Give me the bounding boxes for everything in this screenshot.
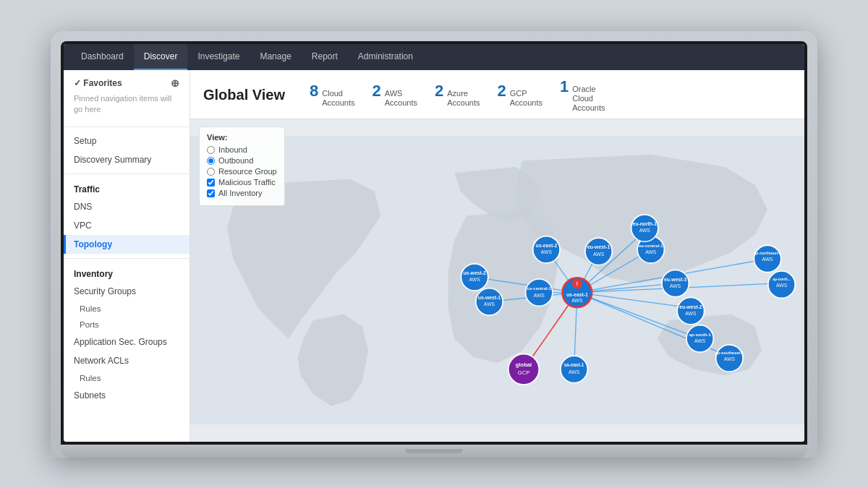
- stat-azure: 2 AzureAccounts: [435, 82, 480, 108]
- inventory-section-label: Inventory: [64, 263, 190, 282]
- sidebar-item-setup[interactable]: Setup: [64, 132, 190, 150]
- svg-text:ap-north...: ap-north...: [773, 277, 791, 281]
- malicious-checkbox[interactable]: [207, 179, 215, 187]
- svg-text:AWS: AWS: [541, 249, 553, 254]
- sidebar-item-network-acls[interactable]: Network ACLs: [64, 351, 190, 370]
- stat-cloud-num: 8: [310, 82, 318, 100]
- screen: Dashboard Discover Investigate Manage Re…: [64, 44, 804, 442]
- svg-text:AWS: AWS: [670, 283, 681, 288]
- traffic-section-label: Traffic: [64, 179, 190, 197]
- outbound-radio[interactable]: [207, 157, 215, 165]
- svg-text:eu-west-2: eu-west-2: [679, 304, 702, 309]
- stat-aws: 2 AWSAccounts: [373, 82, 418, 108]
- svg-text:sa-east-1: sa-east-1: [564, 362, 584, 367]
- svg-text:ap-southeast-1: ap-southeast-1: [715, 351, 744, 355]
- svg-text:AWS: AWS: [685, 311, 697, 316]
- stat-gcp: 2 GCPAccounts: [498, 82, 543, 108]
- all-inventory-checkbox[interactable]: [207, 189, 215, 197]
- nav-investigate[interactable]: Investigate: [187, 44, 250, 70]
- svg-text:ap-northeast-1: ap-northeast-1: [754, 251, 781, 255]
- stat-aws-num: 2: [373, 82, 381, 100]
- global-view-header: Global View 8 CloudAccounts 2 AWSAccount…: [190, 70, 804, 120]
- sidebar-item-ports[interactable]: Ports: [64, 317, 190, 333]
- main-content: Global View 8 CloudAccounts 2 AWSAccount…: [190, 70, 804, 442]
- stat-oracle-num: 1: [560, 77, 569, 96]
- stat-cloud: 8 CloudAccounts: [310, 82, 355, 108]
- svg-text:AWS: AWS: [762, 257, 773, 262]
- map-container: View: Inbound Outbound Resource Group: [190, 119, 804, 441]
- sidebar-item-topology[interactable]: Topology: [64, 235, 190, 254]
- svg-text:AWS: AWS: [776, 283, 788, 288]
- view-option-all-inventory[interactable]: All Inventory: [207, 189, 277, 197]
- svg-text:AWS: AWS: [724, 356, 736, 361]
- svg-text:eu-north-1: eu-north-1: [632, 221, 657, 226]
- nav-discover[interactable]: Discover: [134, 44, 188, 70]
- svg-text:AWS: AWS: [534, 293, 545, 298]
- favorites-header: ✓ Favorites ⊕: [64, 70, 190, 92]
- svg-text:eu-west-3: eu-west-3: [664, 277, 687, 282]
- nav-report[interactable]: Report: [302, 44, 348, 70]
- svg-text:AWS: AWS: [593, 252, 605, 257]
- svg-text:us-east-1: us-east-1: [566, 292, 588, 297]
- svg-text:AWS: AWS: [639, 228, 651, 234]
- global-view-title: Global View: [203, 87, 285, 103]
- stat-oracle: 1 Oracle CloudAccounts: [560, 77, 612, 114]
- stat-gcp-num: 2: [498, 82, 506, 100]
- svg-text:AWS: AWS: [569, 369, 580, 374]
- svg-text:global: global: [516, 361, 532, 368]
- svg-text:ap-south-1: ap-south-1: [689, 333, 711, 337]
- sidebar-item-vpc[interactable]: VPC: [64, 216, 190, 235]
- svg-text:us-west-2: us-west-2: [463, 270, 486, 275]
- stat-azure-label: AzureAccounts: [447, 89, 480, 108]
- svg-text:AWS: AWS: [571, 298, 583, 303]
- view-controls: View: Inbound Outbound Resource Group: [199, 127, 285, 206]
- svg-text:AWS: AWS: [645, 249, 657, 254]
- inbound-radio[interactable]: [207, 146, 215, 154]
- screen-bezel: Dashboard Discover Investigate Manage Re…: [61, 41, 807, 445]
- sidebar-item-dns[interactable]: DNS: [64, 197, 190, 216]
- stat-cloud-label: CloudAccounts: [322, 89, 354, 108]
- sidebar-item-rules-2[interactable]: Rules: [64, 370, 190, 386]
- stat-oracle-label: Oracle CloudAccounts: [572, 85, 612, 114]
- sidebar-item-subnets[interactable]: Subnets: [64, 386, 190, 405]
- favorites-hint: Pinned navigation items will go here: [64, 92, 190, 123]
- view-option-resource-group[interactable]: Resource Group: [207, 167, 277, 176]
- svg-text:AWS: AWS: [484, 301, 495, 307]
- pin-icon[interactable]: ⊕: [171, 77, 179, 89]
- favorites-label: ✓ Favorites: [74, 78, 122, 88]
- svg-text:eu-central-1: eu-central-1: [639, 244, 663, 248]
- svg-text:us-east-2: us-east-2: [536, 243, 558, 248]
- divider-3: [64, 258, 190, 259]
- view-option-malicious[interactable]: Malicious Traffic: [207, 178, 277, 187]
- nav-dashboard[interactable]: Dashboard: [71, 44, 134, 70]
- view-option-inbound[interactable]: Inbound: [207, 145, 277, 154]
- svg-text:eu-west-1: eu-west-1: [587, 244, 610, 249]
- laptop-base: [61, 445, 807, 458]
- sidebar-item-rules-1[interactable]: Rules: [64, 301, 190, 317]
- stat-gcp-label: GCPAccounts: [510, 89, 542, 108]
- stat-azure-num: 2: [435, 82, 443, 100]
- svg-text:GCP: GCP: [518, 369, 530, 376]
- stat-aws-label: AWSAccounts: [385, 89, 417, 108]
- svg-text:AWS: AWS: [469, 277, 480, 282]
- sidebar-item-security-groups[interactable]: Security Groups: [64, 282, 190, 301]
- svg-text:us-west-1: us-west-1: [478, 295, 501, 300]
- divider-1: [64, 127, 190, 127]
- top-nav: Dashboard Discover Investigate Manage Re…: [64, 44, 804, 70]
- content-area: ✓ Favorites ⊕ Pinned navigation items wi…: [64, 70, 804, 442]
- svg-text:ca-central-1: ca-central-1: [527, 286, 552, 291]
- sidebar: ✓ Favorites ⊕ Pinned navigation items wi…: [64, 70, 190, 442]
- svg-text:AWS: AWS: [694, 338, 706, 343]
- sidebar-item-app-sec[interactable]: Application Sec. Groups: [64, 333, 190, 351]
- view-option-outbound[interactable]: Outbound: [207, 156, 277, 165]
- divider-2: [64, 174, 190, 174]
- svg-text:!: !: [576, 281, 579, 287]
- nav-administration[interactable]: Administration: [348, 44, 423, 70]
- view-label: View:: [207, 133, 277, 142]
- laptop-shell: Dashboard Discover Investigate Manage Re…: [51, 31, 817, 458]
- resource-group-radio[interactable]: [207, 168, 215, 176]
- sidebar-item-discovery-summary[interactable]: Discovery Summary: [64, 150, 190, 169]
- nav-manage[interactable]: Manage: [250, 44, 301, 70]
- laptop-notch: [405, 449, 463, 453]
